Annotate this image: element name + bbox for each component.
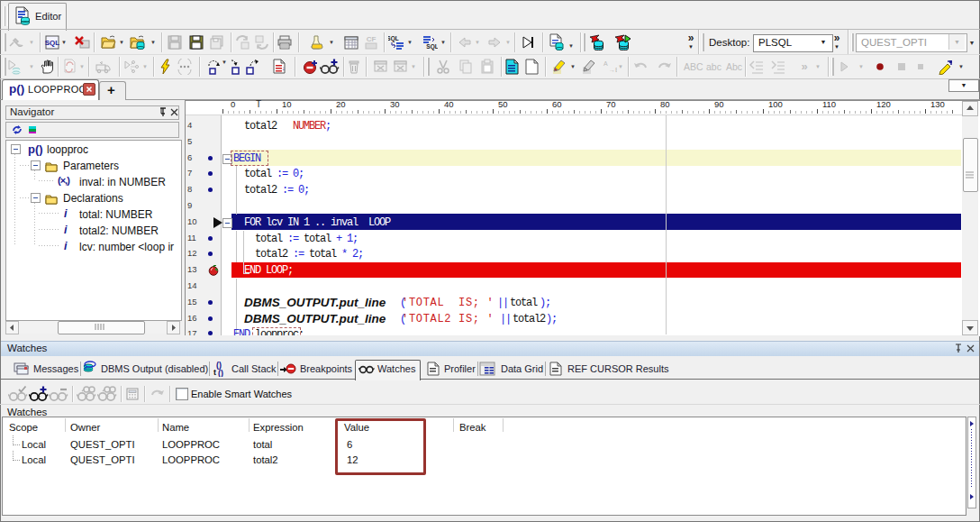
svg-text:SQL: SQL — [426, 43, 438, 50]
svg-text:SQL: SQL — [45, 39, 60, 47]
svg-text:CF: CF — [367, 35, 377, 43]
svg-text:t: t — [213, 368, 216, 377]
svg-text:A: A — [603, 60, 608, 67]
svg-text:SQL: SQL — [388, 35, 399, 42]
svg-text:(): () — [218, 369, 223, 377]
svg-text:→B: →B — [609, 67, 617, 73]
